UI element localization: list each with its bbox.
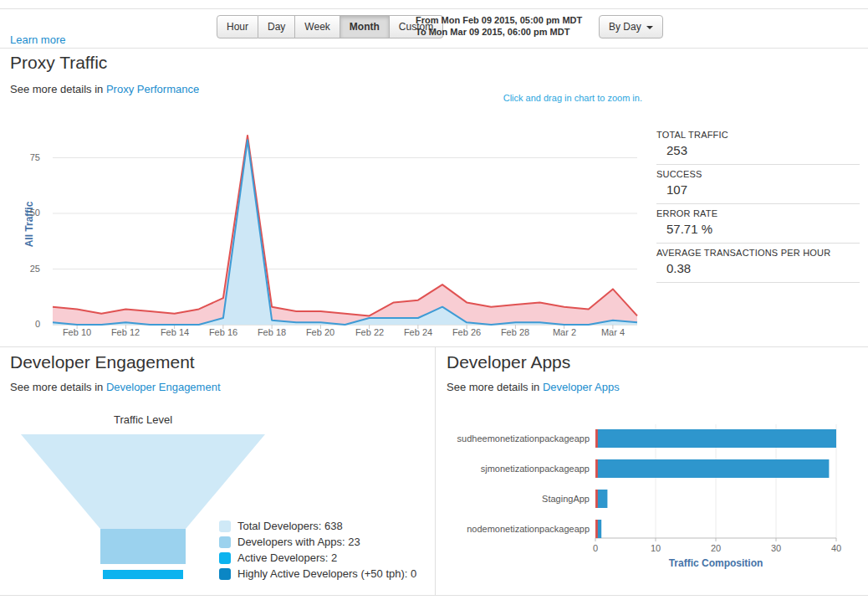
chevron-down-icon <box>646 26 653 29</box>
svg-text:40: 40 <box>831 543 841 553</box>
proxy-traffic-chart[interactable] <box>42 121 648 347</box>
legend-item-highly-active-developers-50-tph: Highly Active Developers (+50 tph): 0 <box>219 567 416 580</box>
bottom-divider <box>0 595 868 596</box>
x-tick-label: Feb 16 <box>198 327 248 337</box>
granularity-dropdown[interactable]: By Day <box>599 15 663 38</box>
legend-swatch-icon <box>219 552 231 564</box>
y-tick-label: 50 <box>15 208 40 218</box>
apps-subtitle-text: See more details in <box>447 381 539 393</box>
x-tick-label: Feb 26 <box>442 327 492 337</box>
x-tick-label: Feb 18 <box>247 327 297 337</box>
proxy-performance-link[interactable]: Proxy Performance <box>106 83 199 95</box>
developer-engagement-link[interactable]: Developer Engagement <box>106 381 221 393</box>
stat-label: TOTAL TRAFFIC <box>656 130 860 140</box>
legend-label: Total Developers: 638 <box>237 520 343 532</box>
date-from-label: From <box>416 15 439 25</box>
header-divider <box>0 48 868 49</box>
stat-success: SUCCESS107 <box>656 165 860 204</box>
developer-apps-subtitle: See more details in Developer Apps <box>447 381 620 393</box>
developer-apps-link[interactable]: Developer Apps <box>543 381 620 393</box>
developer-engagement-title: Developer Engagement <box>10 352 195 372</box>
developer-apps-chart[interactable]: 010203040sudheemonetizationpackageappsjm… <box>439 421 864 576</box>
date-from-value: Mon Feb 09 2015, 05:00 pm MDT <box>442 15 583 25</box>
svg-text:sjmonetizationpackageapp: sjmonetizationpackageapp <box>481 464 590 474</box>
section-divider-vertical <box>435 347 436 595</box>
svg-text:sudheemonetizationpackageapp: sudheemonetizationpackageapp <box>457 433 590 444</box>
stat-label: SUCCESS <box>656 169 860 179</box>
learn-more-link[interactable]: Learn more <box>10 33 65 46</box>
stat-total-traffic: TOTAL TRAFFIC253 <box>656 126 860 165</box>
stat-label: ERROR RATE <box>656 208 860 218</box>
stat-average-transactions-per-hour: AVERAGE TRANSACTIONS PER HOUR0.38 <box>656 244 860 283</box>
legend-item-active-developers: Active Developers: 2 <box>219 551 416 564</box>
svg-text:20: 20 <box>711 543 721 553</box>
legend-swatch-icon <box>219 536 231 548</box>
engagement-subtitle-text: See more details in <box>10 381 103 393</box>
x-tick-label: Feb 10 <box>52 327 102 337</box>
y-tick-label: 75 <box>15 152 40 162</box>
funnel-legend: Total Developers: 638Developers with App… <box>219 520 416 583</box>
legend-label: Highly Active Developers (+50 tph): 0 <box>237 567 416 580</box>
svg-text:0: 0 <box>593 543 598 553</box>
x-tick-label: Feb 14 <box>150 327 200 337</box>
y-tick-label: 25 <box>15 264 40 274</box>
y-tick-label: 0 <box>15 319 40 329</box>
svg-text:nodemonetizationpackageapp: nodemonetizationpackageapp <box>467 524 590 534</box>
date-range: From Mon Feb 09 2015, 05:00 pm MDT To Mo… <box>416 14 582 38</box>
proxy-traffic-subtitle: See more details in Proxy Performance <box>10 83 199 95</box>
legend-label: Active Developers: 2 <box>237 551 337 564</box>
range-button-hour[interactable]: Hour <box>217 15 258 38</box>
legend-item-total-developers: Total Developers: 638 <box>219 520 416 532</box>
stat-value: 107 <box>656 179 860 197</box>
x-tick-label: Feb 24 <box>393 327 443 337</box>
range-button-day[interactable]: Day <box>258 15 295 38</box>
zoom-hint: Click and drag in chart to zoom in. <box>443 93 642 103</box>
proxy-stats: TOTAL TRAFFIC253SUCCESS107ERROR RATE57.7… <box>656 126 860 283</box>
x-tick-label: Mar 2 <box>539 327 590 337</box>
stat-error-rate: ERROR RATE57.71 % <box>656 204 860 244</box>
x-tick-label: Mar 4 <box>588 327 638 337</box>
funnel-title: Traffic Level <box>17 413 269 426</box>
developer-apps-title: Developer Apps <box>447 352 570 372</box>
x-tick-label: Feb 22 <box>345 327 395 337</box>
svg-text:10: 10 <box>651 543 661 553</box>
stat-value: 0.38 <box>656 258 860 275</box>
date-to-value: Mon Mar 09 2015, 06:00 pm MDT <box>429 27 570 37</box>
x-tick-label: Feb 12 <box>100 327 151 337</box>
analytics-dashboard-page: Learn more HourDayWeekMonthCustom From M… <box>0 0 868 600</box>
range-button-month[interactable]: Month <box>340 15 390 38</box>
date-from: From Mon Feb 09 2015, 05:00 pm MDT <box>416 14 582 26</box>
range-button-week[interactable]: Week <box>295 15 340 38</box>
x-tick-label: Feb 20 <box>295 327 345 337</box>
date-to-label: To <box>416 27 426 37</box>
svg-text:StagingApp: StagingApp <box>542 494 590 504</box>
date-to: To Mon Mar 09 2015, 06:00 pm MDT <box>416 26 582 38</box>
svg-text:30: 30 <box>771 543 781 553</box>
legend-item-developers-with-apps: Developers with Apps: 23 <box>219 536 416 548</box>
stat-label: AVERAGE TRANSACTIONS PER HOUR <box>656 248 860 258</box>
range-button-group: HourDayWeekMonthCustom <box>217 15 443 38</box>
proxy-traffic-title: Proxy Traffic <box>10 53 107 73</box>
section-divider-horizontal <box>0 346 868 347</box>
x-tick-label: Feb 28 <box>490 327 540 337</box>
stat-value: 253 <box>656 140 860 157</box>
legend-swatch-icon <box>219 521 231 532</box>
stat-value: 57.71 % <box>656 218 860 236</box>
top-divider <box>0 8 868 9</box>
granularity-label: By Day <box>609 21 641 33</box>
legend-swatch-icon <box>219 568 231 580</box>
developer-engagement-subtitle: See more details in Developer Engagement <box>10 381 221 393</box>
legend-label: Developers with Apps: 23 <box>237 536 360 548</box>
svg-text:Traffic Composition: Traffic Composition <box>669 557 763 569</box>
proxy-subtitle-text: See more details in <box>10 83 103 95</box>
